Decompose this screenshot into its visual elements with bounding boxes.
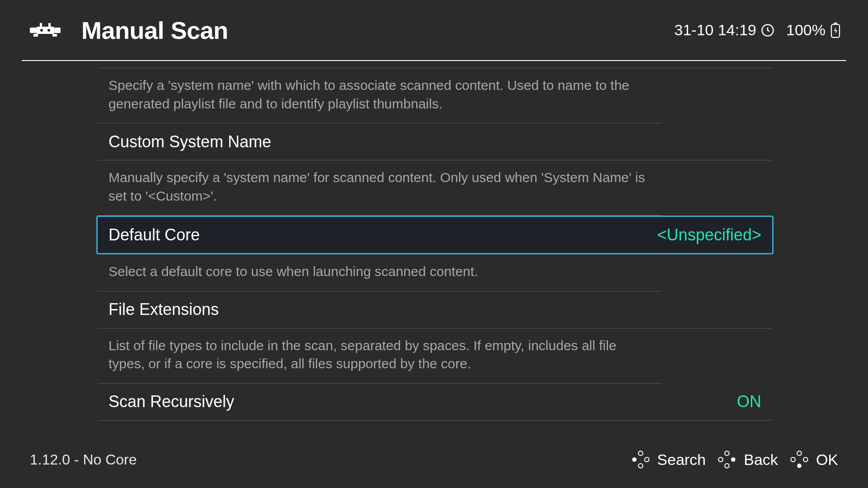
battery-text: 100%: [786, 21, 826, 39]
app-logo-icon: [27, 19, 63, 42]
svg-rect-2: [54, 28, 61, 33]
battery-charging-icon: [830, 22, 841, 38]
svg-rect-4: [48, 23, 51, 28]
svg-rect-0: [36, 27, 54, 34]
svg-point-13: [632, 457, 637, 462]
setting-description: Specify a 'system name' with which to as…: [98, 68, 662, 123]
setting-system-name[interactable]: System Name <Content Directory> Specify …: [98, 60, 772, 123]
setting-description: Manually specify a 'system name' for sca…: [98, 160, 662, 216]
setting-file-extensions[interactable]: File Extensions List of file types to in…: [98, 291, 772, 384]
setting-label: Scan Recursively: [108, 392, 234, 411]
setting-label: Default Core: [108, 225, 200, 244]
setting-description: Select a default core to use when launch…: [98, 254, 662, 291]
svg-point-14: [645, 457, 649, 462]
version-text: 1.12.0 - No Core: [30, 451, 137, 468]
hint-label: OK: [816, 451, 838, 469]
svg-point-16: [725, 451, 729, 455]
hint-search[interactable]: Search: [630, 449, 706, 470]
header: Manual Scan 31-10 14:19 100%: [0, 0, 868, 60]
svg-point-6: [47, 29, 50, 32]
footer: 1.12.0 - No Core Search: [0, 431, 868, 488]
svg-rect-7: [33, 34, 38, 37]
setting-description: When enabled, all subdirectories of the …: [98, 421, 662, 432]
dpad-icon: [789, 449, 810, 470]
svg-point-19: [725, 464, 729, 468]
button-hints: Search Back OK: [630, 449, 838, 470]
hint-back[interactable]: Back: [717, 449, 778, 470]
dpad-icon: [717, 449, 737, 470]
svg-point-17: [719, 457, 723, 462]
svg-point-5: [40, 29, 43, 32]
svg-rect-3: [40, 23, 42, 28]
datetime-text: 31-10 14:19: [675, 21, 757, 39]
setting-label: Custom System Name: [108, 132, 271, 151]
status-bar: 31-10 14:19 100%: [675, 21, 841, 39]
svg-point-21: [791, 457, 795, 462]
setting-label: File Extensions: [108, 300, 219, 319]
page-title: Manual Scan: [81, 16, 228, 44]
svg-point-15: [638, 464, 643, 468]
setting-default-core[interactable]: Default Core <Unspecified> Select a defa…: [98, 216, 772, 291]
svg-point-12: [638, 451, 643, 455]
setting-value: ON: [737, 392, 761, 411]
svg-point-18: [731, 457, 736, 462]
settings-list: System Name <Content Directory> Specify …: [0, 60, 868, 431]
setting-description: List of file types to include in the sca…: [98, 328, 662, 384]
setting-scan-recursively[interactable]: Scan Recursively ON When enabled, all su…: [98, 384, 772, 432]
svg-rect-11: [834, 23, 837, 24]
svg-point-23: [797, 464, 802, 468]
svg-rect-8: [52, 34, 57, 37]
setting-custom-system-name[interactable]: Custom System Name Manually specify a 's…: [98, 123, 772, 216]
svg-point-20: [797, 451, 802, 455]
hint-label: Back: [744, 451, 778, 469]
hint-label: Search: [657, 451, 706, 469]
svg-rect-1: [30, 28, 36, 33]
hint-ok[interactable]: OK: [789, 449, 838, 470]
setting-value: <Unspecified>: [657, 225, 761, 244]
dpad-icon: [630, 449, 651, 470]
svg-point-22: [803, 457, 808, 462]
clock-icon: [761, 23, 774, 37]
